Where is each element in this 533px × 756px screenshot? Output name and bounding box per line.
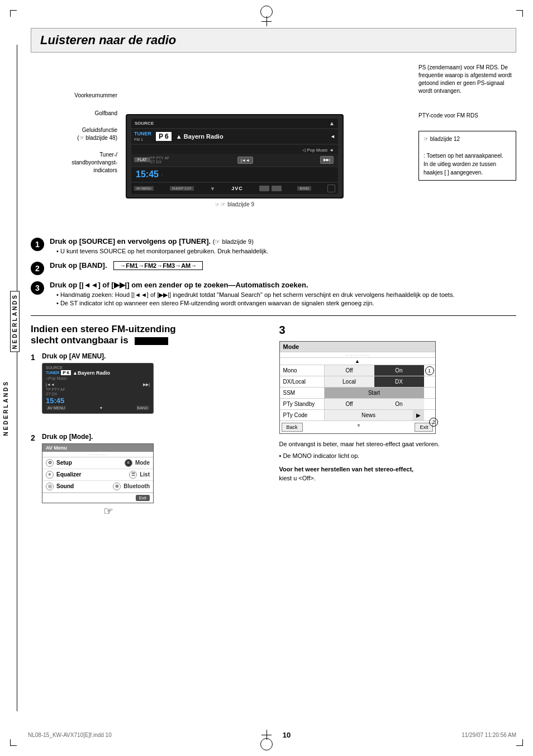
substep-2-num: 2 — [31, 433, 37, 442]
section2-title: Indien een stereo FM-uitzending slecht o… — [31, 324, 268, 347]
substep-1-content: Druk op [AV MENU]. SOURCE TUNER P 6 ▲Bay… — [42, 352, 154, 417]
corner-mark-br — [516, 739, 523, 746]
step-3-sub2: De ST indicator icht op wanneer een ster… — [56, 300, 516, 306]
menu-bluetooth-icon: ⊛ — [113, 483, 121, 490]
device-up-arrow: ▲ — [329, 120, 335, 126]
av-menu-table: AV Menu - - - - - - - - ⚙ Setup ≡ Mode — [42, 443, 154, 503]
black-bar — [135, 337, 168, 345]
mini-tp: TP PTY AF — [46, 388, 65, 391]
exit-circle-2: 2 — [429, 418, 438, 427]
av-menu-header: AV Menu — [42, 444, 153, 452]
flat-btn: FLAT — [134, 157, 150, 162]
side-label-nederlands: NEDERLANDS — [10, 291, 20, 352]
golfband-label: Golfband — [31, 110, 117, 117]
mode-up-arrow: ▲ — [280, 357, 435, 365]
step-1-title: Druk op [SOURCE] en vervolgens op [TUNER… — [50, 237, 516, 245]
page-title-banner: Luisteren naar de radio — [31, 28, 516, 53]
mode-pty-code-label: PTy Code — [280, 410, 325, 420]
step-2-circle: 2 — [31, 262, 44, 275]
result-text: De ontvangst is beter, maar het stereo-e… — [279, 440, 517, 449]
substep-1-num: 1 — [31, 353, 37, 362]
hand-cursor-2-wrapper: ☞ — [42, 504, 154, 518]
mode-row-pty-code: PTy Code News ▶ — [280, 409, 435, 420]
mini-next: ▶▶| — [143, 382, 150, 387]
substep-1: 1 Druk op [AV MENU]. SOURCE TUNER P 6 ▲B… — [31, 352, 268, 417]
mini-source: SOURCE — [46, 366, 63, 370]
corner-mark-tr — [516, 10, 523, 17]
footer-right: 11/29/07 11:20:56 AM — [461, 732, 516, 738]
menu-row-2: ≡ Equalizer ☰ List — [42, 469, 153, 481]
device-time: 15:45 — [136, 169, 159, 179]
device-jvc: JVC — [231, 186, 243, 191]
mode-row-mono: Mono Off On 1 — [280, 365, 435, 376]
mono-circle-1: 1 — [425, 366, 434, 375]
mode-pty-standby-on: On — [374, 399, 424, 409]
restore-section: Voor het weer herstellen van het stereo-… — [279, 465, 517, 483]
pty-label: PTY-code voor FM RDS — [418, 112, 516, 120]
left-margin-line — [17, 45, 17, 711]
step-3-sub1: Handmatig zoeken: Houd [|◄◄] of [▶▶|] in… — [56, 291, 516, 299]
step-1-sub1: U kunt tevens SOURCE op het monitorpanee… — [56, 248, 516, 254]
mode-back-btn[interactable]: Back — [282, 423, 303, 432]
mode-ssm-start: Start — [325, 388, 424, 398]
av-menu-exit-row: Exit — [42, 493, 153, 503]
step-1-content: Druk op [SOURCE] en vervolgens op [TUNER… — [50, 237, 516, 256]
corner-mark-tl — [10, 10, 17, 17]
substep-2-content: Druk op [Mode]. AV Menu - - - - - - - - … — [42, 433, 154, 518]
mode-pty-standby-off: Off — [325, 399, 374, 409]
mode-exit-btn[interactable]: Exit 2 — [415, 423, 433, 432]
band-sequence: →FM1→FM2→FM3→AM→ — [113, 261, 203, 270]
menu-mode-icon: ≡ — [125, 459, 132, 467]
mode-down-arrow: ▼ — [356, 423, 361, 432]
device-shortcut: SHORT CUT — [170, 186, 194, 191]
step-1-ref: (☞ bladzijde 9) — [213, 238, 254, 245]
device-band-btn: BAND — [297, 186, 311, 191]
menu-list-label: List — [140, 471, 150, 478]
substep-1-title: Druk op [AV MENU]. — [42, 352, 154, 360]
mini-band-btn: BAND — [136, 405, 150, 410]
mode-row-pty-standby: PTy Standby Off On — [280, 398, 435, 409]
bottom-left-col: Indien een stereo FM-uitzending slecht o… — [31, 324, 268, 522]
mode-mono-label: Mono — [280, 365, 325, 376]
device-source-label: SOURCE — [135, 121, 154, 126]
mode-footer: Back ▼ Exit 2 — [280, 420, 435, 433]
restore-title: Voor het weer herstellen van het stereo-… — [279, 466, 414, 472]
step-3-content: Druk op [|◄◄] of [▶▶|] om een zender op … — [50, 281, 516, 308]
crosshair-bottom — [260, 738, 273, 750]
menu-sound-icon: ◎ — [46, 483, 54, 490]
step-2-content: Druk op [BAND]. →FM1→FM2→FM3→AM→ — [50, 261, 516, 272]
device-tuner-label: TUNER FM 1 — [134, 131, 151, 142]
menu-row-1: ⚙ Setup ≡ Mode — [42, 457, 153, 469]
mode-table: Mode - - - - - - - - - - ▲ Mono Off On 1… — [279, 341, 436, 434]
step-2-title: Druk op [BAND]. →FM1→FM2→FM3→AM→ — [50, 261, 516, 270]
substep-2: 2 Druk op [Mode]. AV Menu - - - - - - - … — [31, 433, 268, 518]
menu-row-3: ◎ Sound ⊛ Bluetooth — [42, 481, 153, 493]
mini-stdx: ST DX — [46, 392, 58, 396]
hand-cursor-2: ☞ — [103, 505, 113, 517]
diagram-section: Voorkeurnummer Golfband Geluidsfunctie (… — [31, 64, 516, 231]
menu-setup-icon: ⚙ — [46, 459, 54, 467]
device-next-btn: ▶▶| — [320, 156, 334, 164]
mode-pty-standby-label: PTy Standby — [280, 399, 325, 409]
menu-bluetooth-label: Bluetooth — [123, 483, 150, 489]
av-menu-exit-btn[interactable]: Exit — [136, 495, 150, 501]
device-diagram: SOURCE ▲ TUNER FM 1 P 6 ▲ Bayern Radio ◄… — [117, 81, 352, 208]
mini-preset: P 6 — [61, 370, 71, 375]
mode-mono-on: On — [374, 365, 424, 376]
mode-dxlocal-label: DX/Local — [280, 376, 325, 387]
device-av-menu: AV MENU — [134, 186, 154, 191]
mini-prev: |◄◄ — [46, 382, 55, 386]
hand-cursor-1: ☞ — [56, 410, 66, 423]
result-sub: • De MONO indicator licht op. — [279, 452, 517, 459]
mini-down: ▼ — [99, 406, 103, 410]
bottom-right-col: 3 Mode - - - - - - - - - - ▲ Mono Off On… — [279, 324, 517, 522]
mode-pty-arrow: ▶ — [413, 410, 424, 420]
corner-mark-bl — [10, 739, 17, 746]
substep-3-num: 3 — [279, 324, 517, 337]
tuner-indicators-label: Tuner-/ standbyontvangst- indicators — [31, 151, 117, 174]
side-label-language: NEDERLANDS — [3, 380, 9, 436]
footer-left: NL08-15_KW-AVX710[E]f.indd 10 — [28, 732, 112, 738]
step-3: 3 Druk op [|◄◄] of [▶▶|] om een zender o… — [31, 281, 516, 308]
touch-callout-box: ☞ bladzijde 12 : Toetsen op het aanraakp… — [418, 131, 516, 181]
page-number: 10 — [112, 731, 461, 739]
